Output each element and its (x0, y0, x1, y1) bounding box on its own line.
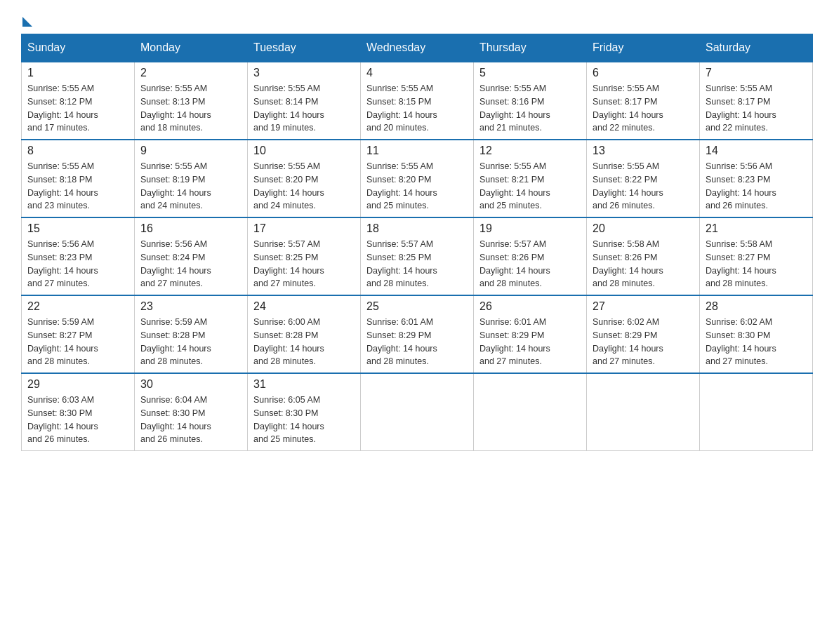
logo-arrow-icon (22, 17, 32, 27)
calendar-cell: 23 Sunrise: 5:59 AM Sunset: 8:28 PM Dayl… (135, 295, 248, 373)
calendar-cell: 24 Sunrise: 6:00 AM Sunset: 8:28 PM Dayl… (248, 295, 361, 373)
day-number: 8 (27, 145, 128, 157)
calendar-cell: 12 Sunrise: 5:55 AM Sunset: 8:21 PM Dayl… (474, 140, 587, 217)
day-info: Sunrise: 5:55 AM Sunset: 8:16 PM Dayligh… (479, 82, 581, 135)
calendar-cell: 28 Sunrise: 6:02 AM Sunset: 8:30 PM Dayl… (700, 295, 813, 373)
day-info: Sunrise: 5:56 AM Sunset: 8:24 PM Dayligh… (140, 238, 241, 290)
calendar-cell: 6 Sunrise: 5:55 AM Sunset: 8:17 PM Dayli… (587, 62, 700, 140)
calendar-cell: 21 Sunrise: 5:58 AM Sunset: 8:27 PM Dayl… (700, 217, 813, 295)
day-number: 13 (593, 145, 694, 157)
calendar-cell: 30 Sunrise: 6:04 AM Sunset: 8:30 PM Dayl… (135, 373, 248, 451)
calendar-cell: 2 Sunrise: 5:55 AM Sunset: 8:13 PM Dayli… (135, 62, 248, 140)
calendar-cell: 17 Sunrise: 5:57 AM Sunset: 8:25 PM Dayl… (248, 217, 361, 295)
day-info: Sunrise: 6:01 AM Sunset: 8:29 PM Dayligh… (366, 316, 468, 368)
day-number: 14 (706, 145, 807, 157)
day-info: Sunrise: 6:05 AM Sunset: 8:30 PM Dayligh… (253, 394, 355, 446)
day-number: 4 (366, 67, 468, 79)
calendar-cell (587, 373, 700, 451)
day-number: 22 (27, 300, 128, 313)
calendar-cell: 3 Sunrise: 5:55 AM Sunset: 8:14 PM Dayli… (248, 62, 361, 140)
day-info: Sunrise: 5:57 AM Sunset: 8:25 PM Dayligh… (253, 238, 355, 290)
day-info: Sunrise: 6:00 AM Sunset: 8:28 PM Dayligh… (253, 316, 355, 368)
day-info: Sunrise: 5:55 AM Sunset: 8:22 PM Dayligh… (593, 160, 694, 213)
calendar-cell: 1 Sunrise: 5:55 AM Sunset: 8:12 PM Dayli… (22, 62, 135, 140)
calendar-cell (474, 373, 587, 451)
day-number: 10 (253, 145, 355, 157)
day-info: Sunrise: 5:55 AM Sunset: 8:12 PM Dayligh… (27, 82, 128, 135)
calendar-cell: 15 Sunrise: 5:56 AM Sunset: 8:23 PM Dayl… (22, 217, 135, 295)
logo (21, 14, 32, 27)
day-info: Sunrise: 6:02 AM Sunset: 8:30 PM Dayligh… (706, 316, 807, 368)
day-info: Sunrise: 5:57 AM Sunset: 8:25 PM Dayligh… (366, 238, 468, 290)
day-number: 3 (253, 67, 355, 79)
day-number: 2 (140, 67, 241, 79)
calendar-cell: 7 Sunrise: 5:55 AM Sunset: 8:17 PM Dayli… (700, 62, 813, 140)
calendar-cell: 18 Sunrise: 5:57 AM Sunset: 8:25 PM Dayl… (361, 217, 474, 295)
day-number: 9 (140, 145, 241, 157)
calendar-cell: 9 Sunrise: 5:55 AM Sunset: 8:19 PM Dayli… (135, 140, 248, 217)
day-of-week-header-friday: Friday (587, 34, 700, 62)
day-info: Sunrise: 6:03 AM Sunset: 8:30 PM Dayligh… (27, 394, 128, 446)
day-info: Sunrise: 5:56 AM Sunset: 8:23 PM Dayligh… (706, 160, 807, 213)
calendar-cell (700, 373, 813, 451)
day-info: Sunrise: 5:55 AM Sunset: 8:13 PM Dayligh… (140, 82, 241, 135)
day-info: Sunrise: 6:04 AM Sunset: 8:30 PM Dayligh… (140, 394, 241, 446)
calendar-cell: 27 Sunrise: 6:02 AM Sunset: 8:29 PM Dayl… (587, 295, 700, 373)
day-info: Sunrise: 5:58 AM Sunset: 8:27 PM Dayligh… (706, 238, 807, 290)
day-of-week-header-wednesday: Wednesday (361, 34, 474, 62)
page-header (21, 14, 813, 27)
day-number: 16 (140, 222, 241, 235)
day-number: 21 (706, 222, 807, 235)
day-number: 15 (27, 222, 128, 235)
calendar-week-row-3: 15 Sunrise: 5:56 AM Sunset: 8:23 PM Dayl… (22, 217, 813, 295)
calendar-cell: 20 Sunrise: 5:58 AM Sunset: 8:26 PM Dayl… (587, 217, 700, 295)
day-number: 26 (479, 300, 581, 313)
day-info: Sunrise: 5:55 AM Sunset: 8:21 PM Dayligh… (479, 160, 581, 213)
day-number: 23 (140, 300, 241, 313)
day-number: 5 (479, 67, 581, 79)
calendar-cell: 10 Sunrise: 5:55 AM Sunset: 8:20 PM Dayl… (248, 140, 361, 217)
day-number: 17 (253, 222, 355, 235)
calendar-cell: 4 Sunrise: 5:55 AM Sunset: 8:15 PM Dayli… (361, 62, 474, 140)
day-number: 7 (706, 67, 807, 79)
calendar-cell: 25 Sunrise: 6:01 AM Sunset: 8:29 PM Dayl… (361, 295, 474, 373)
calendar-cell: 16 Sunrise: 5:56 AM Sunset: 8:24 PM Dayl… (135, 217, 248, 295)
day-info: Sunrise: 5:55 AM Sunset: 8:17 PM Dayligh… (593, 82, 694, 135)
day-info: Sunrise: 5:59 AM Sunset: 8:27 PM Dayligh… (27, 316, 128, 368)
calendar-cell: 26 Sunrise: 6:01 AM Sunset: 8:29 PM Dayl… (474, 295, 587, 373)
day-number: 6 (593, 67, 694, 79)
day-number: 31 (253, 378, 355, 391)
day-number: 11 (366, 145, 468, 157)
day-number: 30 (140, 378, 241, 391)
day-of-week-header-thursday: Thursday (474, 34, 587, 62)
calendar-cell: 11 Sunrise: 5:55 AM Sunset: 8:20 PM Dayl… (361, 140, 474, 217)
calendar-cell: 22 Sunrise: 5:59 AM Sunset: 8:27 PM Dayl… (22, 295, 135, 373)
calendar-table: SundayMondayTuesdayWednesdayThursdayFrid… (21, 34, 813, 451)
day-of-week-header-sunday: Sunday (22, 34, 135, 62)
calendar-cell: 5 Sunrise: 5:55 AM Sunset: 8:16 PM Dayli… (474, 62, 587, 140)
day-info: Sunrise: 5:55 AM Sunset: 8:20 PM Dayligh… (366, 160, 468, 213)
day-info: Sunrise: 5:55 AM Sunset: 8:17 PM Dayligh… (706, 82, 807, 135)
calendar-cell: 13 Sunrise: 5:55 AM Sunset: 8:22 PM Dayl… (587, 140, 700, 217)
day-of-week-header-tuesday: Tuesday (248, 34, 361, 62)
day-of-week-header-saturday: Saturday (700, 34, 813, 62)
day-info: Sunrise: 5:58 AM Sunset: 8:26 PM Dayligh… (593, 238, 694, 290)
calendar-week-row-5: 29 Sunrise: 6:03 AM Sunset: 8:30 PM Dayl… (22, 373, 813, 451)
day-info: Sunrise: 5:56 AM Sunset: 8:23 PM Dayligh… (27, 238, 128, 290)
day-info: Sunrise: 5:55 AM Sunset: 8:20 PM Dayligh… (253, 160, 355, 213)
calendar-cell: 31 Sunrise: 6:05 AM Sunset: 8:30 PM Dayl… (248, 373, 361, 451)
day-number: 25 (366, 300, 468, 313)
day-number: 24 (253, 300, 355, 313)
calendar-cell: 19 Sunrise: 5:57 AM Sunset: 8:26 PM Dayl… (474, 217, 587, 295)
calendar-cell: 14 Sunrise: 5:56 AM Sunset: 8:23 PM Dayl… (700, 140, 813, 217)
calendar-header-row: SundayMondayTuesdayWednesdayThursdayFrid… (22, 34, 813, 62)
day-number: 27 (593, 300, 694, 313)
day-number: 20 (593, 222, 694, 235)
day-number: 1 (27, 67, 128, 79)
calendar-cell: 29 Sunrise: 6:03 AM Sunset: 8:30 PM Dayl… (22, 373, 135, 451)
day-info: Sunrise: 5:55 AM Sunset: 8:19 PM Dayligh… (140, 160, 241, 213)
day-info: Sunrise: 5:59 AM Sunset: 8:28 PM Dayligh… (140, 316, 241, 368)
day-info: Sunrise: 5:57 AM Sunset: 8:26 PM Dayligh… (479, 238, 581, 290)
day-info: Sunrise: 5:55 AM Sunset: 8:18 PM Dayligh… (27, 160, 128, 213)
calendar-cell (361, 373, 474, 451)
